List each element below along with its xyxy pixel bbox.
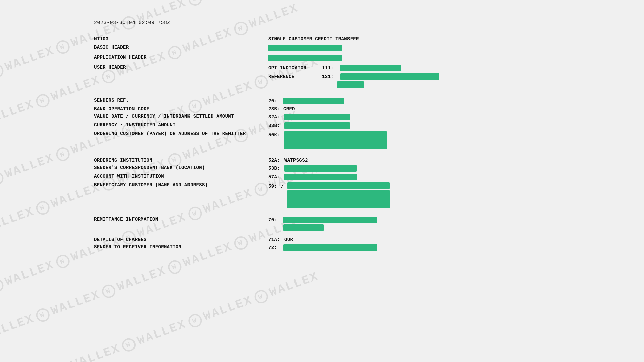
ordering-institution-label: ORDERING INSTITUTION bbox=[94, 157, 268, 164]
bank-op-field: 23B: CRED bbox=[268, 106, 550, 112]
senders-ref-bar bbox=[283, 98, 344, 104]
senders-ref-field: 20: bbox=[268, 98, 550, 104]
currency-row: CURRENCY / INSTRUCTED AMOUNT 33B: bbox=[94, 121, 550, 130]
value-date-label: VALUE DATE / CURRENCY / INTERBANK SETTLE… bbox=[94, 113, 268, 121]
ordering-customer-tag: 50K: bbox=[268, 131, 281, 138]
sender-receiver-label: SENDER TO RECEIVER INFORMATION bbox=[94, 243, 268, 252]
senders-ref-label: SENDERS REF. bbox=[94, 97, 268, 105]
reference-label: REFERENCE bbox=[268, 74, 319, 79]
remittance-tag: 70: bbox=[268, 217, 280, 223]
sender-receiver-bar bbox=[283, 244, 377, 251]
timestamp: 2023-03-30T04:02:09.758Z bbox=[94, 20, 550, 26]
spacer-4 bbox=[94, 233, 550, 236]
beneficiary-tag: 59: bbox=[268, 182, 279, 189]
account-institution-value: 57A: bbox=[268, 173, 550, 181]
senders-corr-label: SENDER'S CORRESPONDENT BANK (LOCATION) bbox=[94, 164, 268, 173]
value-date-field: 32A: bbox=[268, 114, 550, 120]
application-header-label: APPLICATION HEADER bbox=[94, 54, 268, 64]
senders-ref-value: 20: bbox=[268, 97, 550, 105]
remittance-field: 70: bbox=[268, 217, 550, 232]
reference-bar-line1 bbox=[340, 73, 439, 80]
ordering-customer-row: ORDERING CUSTOMER (PAYER) OR ADDRESS OF … bbox=[94, 130, 550, 150]
user-header-row: USER HEADER GPI INDICATOR 111: REFERENCE… bbox=[94, 64, 550, 90]
user-header-value: GPI INDICATOR 111: REFERENCE 121: bbox=[268, 64, 550, 90]
gpi-indicator-row: GPI INDICATOR 111: bbox=[268, 65, 550, 71]
details-charges-tag: 71A: bbox=[268, 237, 281, 242]
mt103-table: MT103 SINGLE CUSTOMER CREDIT TRANSFER BA… bbox=[94, 35, 550, 252]
bank-op-text: CRED bbox=[283, 106, 295, 112]
ordering-customer-block bbox=[284, 131, 387, 149]
details-charges-text: OUR bbox=[284, 237, 293, 242]
senders-corr-bar bbox=[284, 165, 357, 172]
remittance-value: 70: bbox=[268, 216, 550, 233]
senders-corr-tag: 53B: bbox=[268, 166, 281, 171]
reference-line1: REFERENCE 121: bbox=[268, 73, 550, 80]
details-charges-label: DETAILS OF CHARGES bbox=[94, 236, 268, 243]
account-institution-row: ACCOUNT WITH INSTITUTION 57A: bbox=[94, 173, 550, 181]
remittance-label: REMITTANCE INFORMATION bbox=[94, 216, 268, 233]
ordering-institution-row: ORDERING INSTITUTION 52A: WATPSGS2 bbox=[94, 157, 550, 164]
basic-header-row: BASIC HEADER bbox=[94, 44, 550, 54]
application-header-row: APPLICATION HEADER bbox=[94, 54, 550, 64]
bank-op-tag: 23B: bbox=[268, 106, 280, 112]
account-institution-bar bbox=[284, 174, 357, 180]
senders-ref-row: SENDERS REF. 20: bbox=[94, 97, 550, 105]
currency-value: 33B: bbox=[268, 121, 550, 130]
account-institution-tag: 57A: bbox=[268, 174, 281, 180]
beneficiary-bar-line1 bbox=[287, 182, 390, 189]
sender-receiver-value: 72: bbox=[268, 243, 550, 252]
remittance-bar2 bbox=[283, 224, 324, 231]
beneficiary-field: 59: / bbox=[268, 182, 550, 208]
value-date-bar bbox=[284, 114, 350, 120]
sender-receiver-row: SENDER TO RECEIVER INFORMATION 72: bbox=[94, 243, 550, 252]
ordering-institution-value: 52A: WATPSGS2 bbox=[268, 157, 550, 164]
reference-tag: 121: bbox=[322, 74, 337, 79]
spacer-1 bbox=[94, 90, 550, 97]
ordering-customer-value: 50K: bbox=[268, 130, 550, 150]
mt103-row: MT103 SINGLE CUSTOMER CREDIT TRANSFER bbox=[94, 35, 550, 44]
beneficiary-slash: / bbox=[281, 182, 284, 189]
details-charges-value: 71A: OUR bbox=[268, 236, 550, 243]
remittance-line2 bbox=[283, 224, 550, 232]
value-date-row: VALUE DATE / CURRENCY / INTERBANK SETTLE… bbox=[94, 113, 550, 121]
bank-op-value: 23B: CRED bbox=[268, 105, 550, 113]
beneficiary-row: BENEFICIARY CUSTOMER (NAME AND ADDRESS) … bbox=[94, 181, 550, 209]
main-content: 2023-03-30T04:02:09.758Z MT103 SINGLE CU… bbox=[0, 0, 644, 362]
currency-bar bbox=[284, 122, 350, 129]
senders-corr-row: SENDER'S CORRESPONDENT BANK (LOCATION) 5… bbox=[94, 164, 550, 173]
gpi-indicator-label: GPI INDICATOR bbox=[268, 65, 319, 71]
ordering-institution-tag: 52A: bbox=[268, 158, 281, 163]
remittance-line1: 70: bbox=[268, 217, 550, 223]
reference-bar-line2 bbox=[337, 81, 364, 88]
application-header-bar bbox=[268, 55, 342, 61]
mt103-label: MT103 bbox=[94, 35, 268, 44]
details-charges-field: 71A: OUR bbox=[268, 237, 550, 242]
senders-ref-tag: 20: bbox=[268, 98, 280, 104]
spacer-2 bbox=[94, 150, 550, 157]
currency-field: 33B: bbox=[268, 122, 550, 129]
remittance-bar1 bbox=[283, 217, 377, 223]
beneficiary-block bbox=[287, 190, 390, 208]
remittance-row: REMITTANCE INFORMATION 70: bbox=[94, 216, 550, 233]
sender-receiver-tag: 72: bbox=[268, 245, 280, 250]
ordering-institution-field: 52A: WATPSGS2 bbox=[268, 158, 550, 163]
spacer-3 bbox=[94, 209, 550, 216]
basic-header-label: BASIC HEADER bbox=[94, 44, 268, 54]
mt103-description: SINGLE CUSTOMER CREDIT TRANSFER bbox=[268, 35, 550, 44]
value-date-value: 32A: bbox=[268, 113, 550, 121]
reference-line2 bbox=[337, 81, 550, 89]
currency-tag: 33B: bbox=[268, 123, 281, 128]
gpi-indicator-bar bbox=[340, 65, 401, 71]
value-date-tag: 32A: bbox=[268, 114, 281, 120]
sender-receiver-field: 72: bbox=[268, 244, 550, 251]
ordering-institution-text: WATPSGS2 bbox=[284, 158, 308, 163]
details-charges-row: DETAILS OF CHARGES 71A: OUR bbox=[94, 236, 550, 243]
beneficiary-label: BENEFICIARY CUSTOMER (NAME AND ADDRESS) bbox=[94, 181, 268, 209]
account-institution-field: 57A: bbox=[268, 174, 550, 180]
account-institution-label: ACCOUNT WITH INSTITUTION bbox=[94, 173, 268, 181]
basic-header-bar bbox=[268, 45, 342, 51]
beneficiary-value: 59: / bbox=[268, 181, 550, 209]
currency-label: CURRENCY / INSTRUCTED AMOUNT bbox=[94, 121, 268, 130]
bank-op-label: BANK OPERATION CODE bbox=[94, 105, 268, 113]
basic-header-value bbox=[268, 44, 550, 54]
